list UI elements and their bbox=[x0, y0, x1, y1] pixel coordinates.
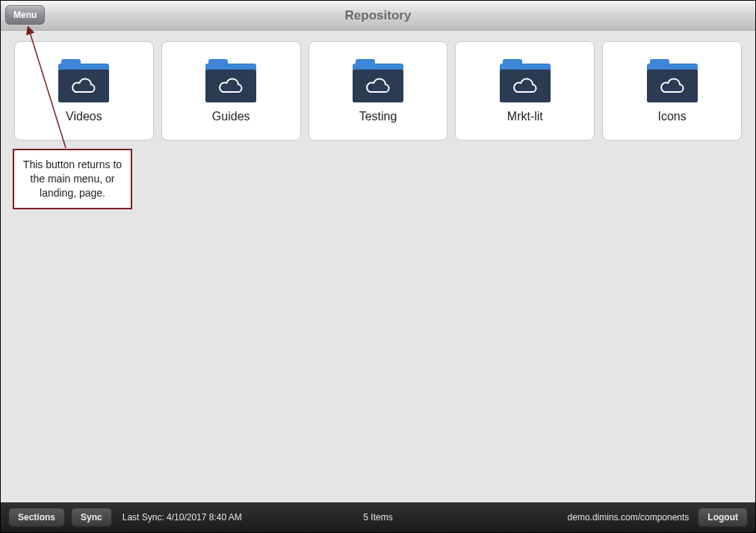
sections-button-label: Sections bbox=[18, 512, 55, 523]
header-bar: Menu Repository bbox=[1, 1, 755, 31]
sync-button-label: Sync bbox=[81, 512, 102, 523]
last-sync-text: Last Sync: 4/10/2017 8:40 AM bbox=[123, 512, 242, 523]
sections-button[interactable]: Sections bbox=[8, 508, 65, 527]
folder-label: Icons bbox=[657, 110, 686, 123]
cloud-folder-icon bbox=[500, 59, 551, 102]
sync-button[interactable]: Sync bbox=[71, 508, 112, 527]
footer-right-group: demo.dimins.com/components Logout bbox=[568, 508, 748, 527]
folder-label: Testing bbox=[359, 110, 397, 123]
cloud-folder-icon bbox=[205, 59, 256, 102]
cloud-folder-icon bbox=[647, 59, 698, 102]
folder-card-videos[interactable]: Videos bbox=[14, 41, 154, 141]
page-title: Repository bbox=[345, 8, 412, 23]
cloud-folder-icon bbox=[58, 59, 109, 102]
footer-bar: Sections Sync Last Sync: 4/10/2017 8:40 … bbox=[1, 502, 755, 532]
logout-button-label: Logout bbox=[707, 512, 738, 523]
server-url-text: demo.dimins.com/components bbox=[568, 512, 690, 523]
logout-button[interactable]: Logout bbox=[698, 508, 748, 527]
last-sync-prefix: Last Sync: bbox=[123, 512, 167, 523]
callout-text: This button returns to the main menu, or… bbox=[23, 158, 122, 199]
menu-button-label: Menu bbox=[13, 10, 37, 20]
folder-card-icons[interactable]: Icons bbox=[602, 41, 742, 141]
last-sync-time: 4/10/2017 8:40 AM bbox=[167, 512, 242, 523]
folder-label: Mrkt-lit bbox=[507, 110, 543, 123]
folder-label: Guides bbox=[212, 110, 250, 123]
folder-card-guides[interactable]: Guides bbox=[161, 41, 301, 141]
folder-label: Videos bbox=[66, 110, 102, 123]
content-area: Videos Guides Testing bbox=[1, 31, 755, 502]
cloud-folder-icon bbox=[353, 59, 403, 102]
folder-card-testing[interactable]: Testing bbox=[309, 41, 448, 141]
folder-grid: Videos Guides Testing bbox=[14, 41, 742, 141]
callout-box: This button returns to the main menu, or… bbox=[13, 149, 132, 209]
menu-button[interactable]: Menu bbox=[5, 5, 45, 25]
folder-card-mrkt-lit[interactable]: Mrkt-lit bbox=[455, 41, 595, 141]
